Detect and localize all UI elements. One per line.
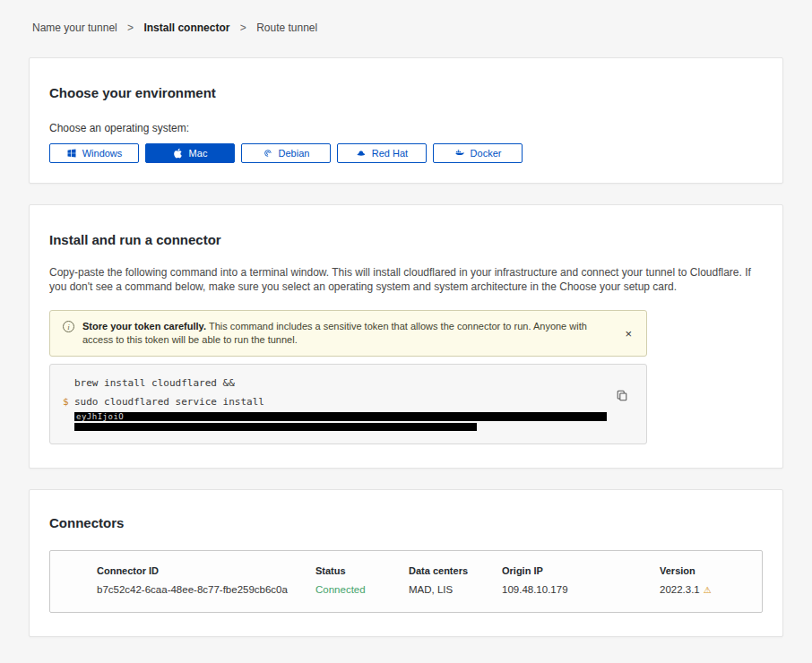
connectors-card: Connectors Connector ID Status Data cent…: [29, 489, 783, 637]
install-command-codeblock: brew install cloudflared && $ sudo cloud…: [49, 364, 647, 444]
column-header-origin-ip: Origin IP: [502, 565, 660, 576]
os-button-row: Windows Mac Debian Red Hat Docker: [49, 143, 763, 163]
copy-icon: [616, 392, 628, 405]
breadcrumb-step-route-tunnel[interactable]: Route tunnel: [256, 22, 317, 34]
os-button-label: Windows: [82, 148, 123, 159]
breadcrumb-separator: >: [127, 22, 134, 34]
windows-icon: [66, 148, 77, 159]
connector-id-cell: b7c52c42-6caa-48ee-8c77-fbe259cb6c0a: [97, 584, 315, 595]
os-button-label: Debian: [279, 148, 310, 159]
token-prefix: eyJhIjoiO: [74, 412, 124, 421]
breadcrumb-step-name-your-tunnel[interactable]: Name your tunnel: [32, 22, 117, 34]
shell-prompt-icon: $: [63, 395, 69, 409]
apple-icon: [173, 148, 184, 159]
column-header-status: Status: [315, 565, 409, 576]
os-button-redhat[interactable]: Red Hat: [337, 143, 427, 163]
warning-title: Store your token carefully.: [82, 321, 206, 332]
origin-ip-cell: 109.48.10.179: [502, 584, 660, 595]
os-button-debian[interactable]: Debian: [241, 143, 331, 163]
copy-command-button[interactable]: [614, 388, 630, 407]
os-button-label: Red Hat: [372, 148, 408, 159]
version-value: 2022.3.1: [660, 584, 700, 595]
redacted-token-line-2: [50, 421, 646, 431]
redacted-token-line-1: eyJhIjoiO: [50, 411, 646, 421]
column-header-connector-id: Connector ID: [97, 565, 315, 576]
token-warning-banner: i Store your token carefully.This comman…: [49, 310, 647, 357]
docker-whale-icon: [454, 148, 465, 159]
warning-text: Store your token carefully.This command …: [82, 320, 613, 347]
os-button-label: Docker: [471, 148, 502, 159]
code-line-2: $ sudo cloudflared service install: [50, 395, 646, 409]
install-card: Install and run a connector Copy-paste t…: [29, 204, 783, 469]
os-select-label: Choose an operating system:: [49, 122, 763, 134]
redaction-bar: [74, 423, 477, 431]
redaction-bar: eyJhIjoiO: [74, 412, 607, 421]
version-cell: 2022.3.1⚠: [660, 584, 762, 595]
os-button-mac[interactable]: Mac: [145, 143, 235, 163]
column-header-data-centers: Data centers: [409, 565, 502, 576]
close-warning-button[interactable]: ×: [621, 328, 635, 340]
data-centers-cell: MAD, LIS: [409, 584, 502, 595]
column-header-version: Version: [660, 565, 762, 576]
table-row: b7c52c42-6caa-48ee-8c77-fbe259cb6c0a Con…: [97, 584, 762, 595]
os-button-label: Mac: [189, 148, 208, 159]
code-line-1: brew install cloudflared &&: [50, 376, 646, 391]
install-description: Copy-paste the following command into a …: [49, 265, 763, 294]
os-button-docker[interactable]: Docker: [433, 143, 523, 163]
environment-card: Choose your environment Choose an operat…: [29, 57, 783, 184]
os-button-windows[interactable]: Windows: [49, 143, 139, 163]
status-badge: Connected: [315, 584, 409, 595]
version-warning-icon: ⚠: [704, 585, 712, 595]
debian-swirl-icon: [263, 148, 273, 159]
breadcrumb: Name your tunnel > Install connector > R…: [0, 0, 812, 34]
table-header-row: Connector ID Status Data centers Origin …: [97, 565, 762, 576]
install-card-title: Install and run a connector: [49, 232, 763, 247]
redhat-fedora-icon: [356, 148, 367, 159]
connectors-card-title: Connectors: [49, 515, 763, 530]
code-text: brew install cloudflared &&: [74, 377, 235, 389]
breadcrumb-separator: >: [240, 22, 246, 34]
breadcrumb-step-install-connector[interactable]: Install connector: [143, 22, 229, 34]
environment-card-title: Choose your environment: [49, 85, 763, 100]
info-icon: i: [63, 321, 74, 332]
code-text: sudo cloudflared service install: [74, 396, 264, 408]
connectors-table: Connector ID Status Data centers Origin …: [49, 550, 763, 613]
